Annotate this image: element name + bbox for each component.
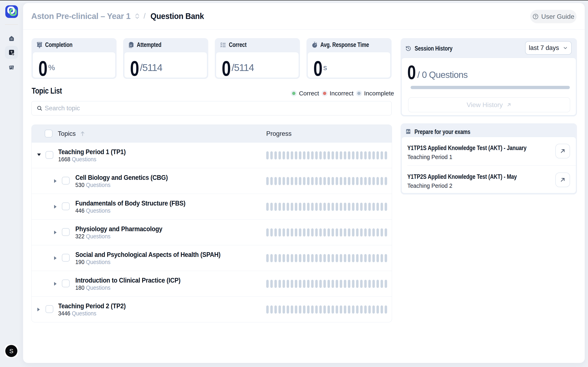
svg-text:A+: A+ (406, 130, 410, 133)
